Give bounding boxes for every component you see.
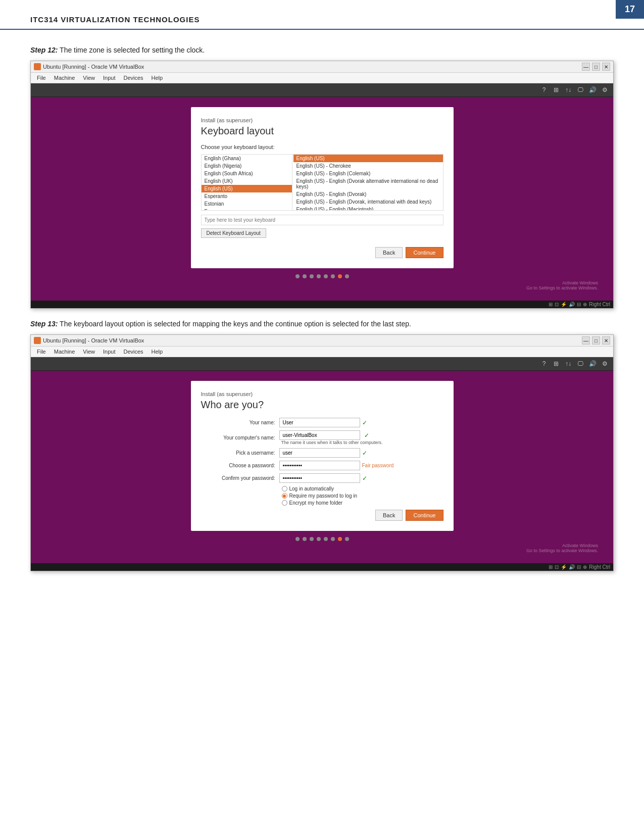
vm-content-2: Install (as superuser) Who are you? Your… [31, 371, 613, 563]
toolbar-icon-1b: ⊞ [552, 85, 561, 94]
menu-file-1[interactable]: File [33, 74, 50, 82]
whoami-back-button[interactable]: Back [375, 510, 403, 521]
kb-left-esperanto[interactable]: Esperanto [202, 192, 292, 200]
menu-devices-2[interactable]: Devices [119, 348, 147, 356]
username-input[interactable] [279, 448, 360, 458]
dot-2-1 [295, 537, 300, 541]
kb-right-mac[interactable]: English (US) - English (Macintosh) [293, 206, 443, 210]
vbox-titlebar-1: Ubuntu [Running] - Oracle VM VirtualBox … [31, 61, 613, 73]
kb-right-dvorak-alt[interactable]: English (US) - English (Dvorak alternati… [293, 177, 443, 190]
dot-1-8 [345, 274, 349, 278]
kb-right-dvorak-intl[interactable]: English (US) - English (Dvorak, internat… [293, 198, 443, 206]
radio-autologin[interactable] [282, 486, 287, 492]
radio-encrypt-label: Encrypt my home folder [289, 500, 343, 506]
your-name-input[interactable] [279, 418, 360, 427]
kb-left-nigeria[interactable]: English (Nigeria) [202, 162, 292, 170]
confirm-valid-icon: ✓ [362, 475, 367, 482]
vbox-title-controls-2[interactable]: — □ ✕ [582, 336, 610, 345]
password-input[interactable] [279, 461, 360, 470]
toolbar-icon-2e: 🔊 [588, 359, 597, 368]
kb-continue-button[interactable]: Continue [406, 247, 443, 258]
page-header: ITC314 VIRTUALIZATION TECHNOLOGIES [0, 0, 644, 30]
menu-machine-2[interactable]: Machine [50, 348, 79, 356]
taskbar-icon-2a: ⊞ [549, 564, 553, 570]
kb-right-panel[interactable]: English (US) English (US) - Cherokee Eng… [293, 155, 443, 210]
whoami-installer-buttons: Back Continue [201, 510, 443, 521]
vm-content-1: Install (as superuser) Keyboard layout C… [31, 97, 613, 301]
vbox-title-controls-1[interactable]: — □ ✕ [582, 63, 610, 71]
dot-2-2 [303, 537, 307, 541]
form-label-confirm: Confirm your password: [201, 475, 279, 481]
taskbar-icon-1d: 🔊 [569, 302, 575, 307]
form-row-confirm: Confirm your password: ✓ [201, 473, 443, 483]
menu-file-2[interactable]: File [33, 348, 50, 356]
kb-left-us[interactable]: English (US) [202, 185, 292, 192]
taskbar-icon-2e: ⊟ [577, 564, 581, 570]
radio-require-password[interactable] [282, 493, 287, 499]
computer-name-input[interactable] [279, 430, 360, 440]
kb-right-us[interactable]: English (US) [293, 155, 443, 162]
form-row-name: Your name: ✓ [201, 418, 443, 427]
confirm-password-input[interactable] [279, 473, 360, 483]
toolbar-icon-2c: ↑↓ [564, 359, 573, 368]
kb-installer-subtitle: Install (as superuser) [201, 117, 443, 123]
dot-1-3 [310, 274, 314, 278]
vbox-app-icon-1 [34, 63, 41, 70]
menu-help-2[interactable]: Help [147, 348, 167, 356]
kb-left-ghana[interactable]: English (Ghana) [202, 155, 292, 162]
menu-view-1[interactable]: View [79, 74, 99, 82]
radio-encrypt[interactable] [282, 500, 287, 506]
form-row-password: Choose a password: Fair password [201, 461, 443, 470]
radio-row-autologin: Log in automatically [282, 486, 443, 492]
restore-button-1[interactable]: □ [592, 63, 600, 71]
kb-installer-buttons: Back Continue [201, 247, 443, 258]
vbox-titlebar-2: Ubuntu [Running] - Oracle VM VirtualBox … [31, 335, 613, 347]
close-button-1[interactable]: ✕ [602, 63, 610, 71]
whoami-title: Who are you? [201, 399, 443, 411]
close-button-2[interactable]: ✕ [602, 336, 610, 345]
menu-input-2[interactable]: Input [99, 348, 119, 356]
taskbar-icon-2c: ⚡ [561, 564, 567, 570]
vbox-window-title-2: Ubuntu [Running] - Oracle VM VirtualBox [43, 337, 144, 344]
taskbar-icon-2f: ⊕ [583, 564, 587, 570]
kb-left-faroese[interactable]: Faroese [202, 208, 292, 210]
dot-2-5 [324, 537, 328, 541]
menu-view-2[interactable]: View [79, 348, 99, 356]
kb-right-dvorak[interactable]: English (US) - English (Dvorak) [293, 190, 443, 198]
menu-help-1[interactable]: Help [147, 74, 167, 82]
restore-button-2[interactable]: □ [592, 336, 600, 345]
username-valid-icon: ✓ [362, 450, 367, 457]
form-label-password: Choose a password: [201, 463, 279, 468]
whoami-continue-button[interactable]: Continue [406, 510, 443, 521]
taskbar-icons-1: ⊞ ⊡ ⚡ 🔊 ⊟ ⊕ Right Ctrl [31, 301, 613, 308]
minimize-button-2[interactable]: — [582, 336, 590, 345]
kb-back-button[interactable]: Back [375, 247, 403, 258]
minimize-button-1[interactable]: — [582, 63, 590, 71]
keyboard-test-input[interactable] [201, 215, 443, 225]
kb-left-uk[interactable]: English (UK) [202, 177, 292, 185]
vbox-title-left-1: Ubuntu [Running] - Oracle VM VirtualBox [34, 63, 144, 70]
step13-label: Step 13: The keyboard layout option is s… [30, 319, 614, 329]
kb-right-colemak[interactable]: English (US) - English (Colemak) [293, 170, 443, 177]
menu-input-1[interactable]: Input [99, 74, 119, 82]
toolbar-icon-2d: 🖵 [576, 359, 585, 368]
whoami-subtitle: Install (as superuser) [201, 391, 443, 397]
taskbar-icon-2d: 🔊 [569, 564, 575, 570]
vbox-window-title-1: Ubuntu [Running] - Oracle VM VirtualBox [43, 64, 144, 70]
menu-machine-1[interactable]: Machine [50, 74, 79, 82]
keyboard-installer-panel: Install (as superuser) Keyboard layout C… [191, 107, 454, 268]
kb-installer-title: Keyboard layout [201, 125, 443, 137]
computer-name-valid-icon: ✓ [364, 432, 369, 439]
kb-left-estonian[interactable]: Estonian [202, 200, 292, 208]
menu-devices-1[interactable]: Devices [119, 74, 147, 82]
taskbar-icon-2b: ⊡ [555, 564, 559, 570]
page-number: 17 [616, 0, 644, 19]
taskbar-icon-1c: ⚡ [561, 302, 567, 307]
detect-keyboard-button[interactable]: Detect Keyboard Layout [201, 228, 266, 238]
vbox-title-left-2: Ubuntu [Running] - Oracle VM VirtualBox [34, 337, 144, 344]
name-valid-icon: ✓ [362, 419, 367, 426]
kb-installer-desc: Choose your keyboard layout: [201, 144, 443, 150]
kb-right-cherokee[interactable]: English (US) - Cherokee [293, 162, 443, 170]
kb-left-southafrica[interactable]: English (South Africa) [202, 170, 292, 177]
kb-left-panel[interactable]: English (Ghana) English (Nigeria) Englis… [202, 155, 292, 210]
